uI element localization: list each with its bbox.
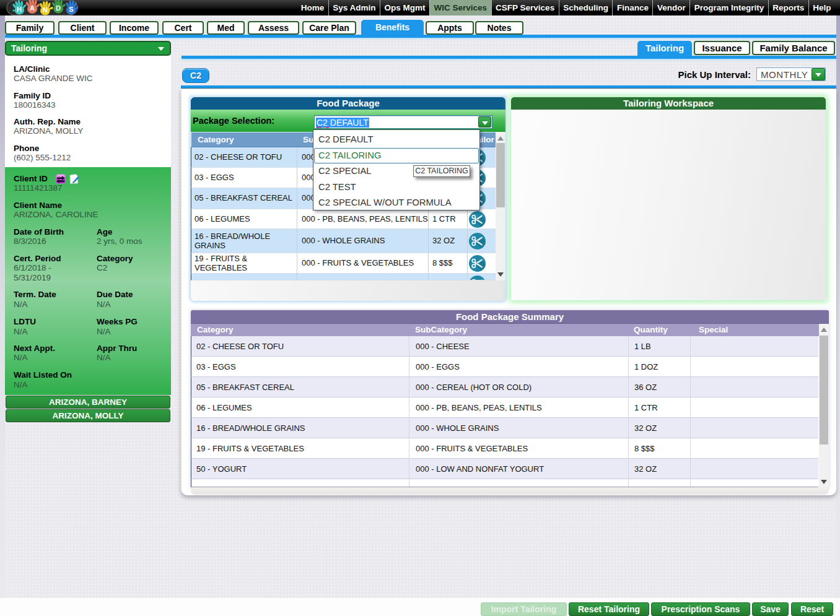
- svg-text:H: H: [17, 6, 22, 13]
- svg-text:A: A: [30, 4, 35, 12]
- svg-text:S: S: [69, 6, 73, 13]
- svg-text:D: D: [56, 4, 61, 12]
- svg-text:N: N: [43, 6, 48, 14]
